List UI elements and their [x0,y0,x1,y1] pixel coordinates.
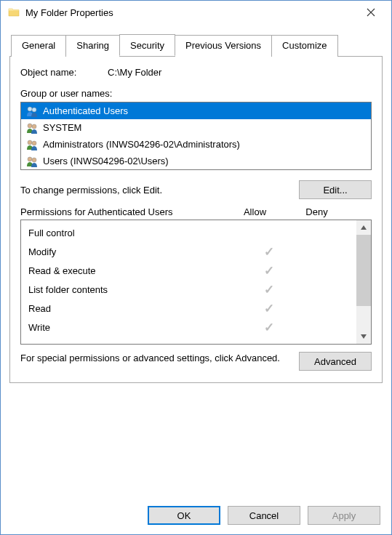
tab-general[interactable]: General [11,35,66,57]
permission-row[interactable]: Read✓ [21,299,356,318]
tab-security[interactable]: Security [119,34,175,56]
security-panel: Object name: C:\My Folder Group or user … [9,57,383,383]
principal-label: Users (INWS04296-02\Users) [43,156,169,166]
group-icon [25,139,39,150]
advanced-button[interactable]: Advanced [299,352,372,371]
scroll-track[interactable] [356,235,371,329]
svg-point-5 [32,141,36,145]
check-icon: ✓ [264,302,274,315]
tab-customize[interactable]: Customize [271,35,337,57]
svg-point-6 [28,157,32,161]
scroll-thumb[interactable] [356,235,371,306]
dialog-button-row: OK Cancel Apply [148,506,380,525]
ok-button[interactable]: OK [148,506,220,525]
allow-column-header: Allow [224,206,286,217]
permissions-header: Permissions for Authenticated Users Allo… [20,206,372,217]
permissions-listbox: Full controlModify✓Read & execute✓List f… [20,220,372,345]
tab-previous-versions[interactable]: Previous Versions [175,35,272,57]
svg-point-2 [28,124,32,128]
group-icon [25,122,39,134]
permission-name: Read [28,303,240,314]
principal-label: Authenticated Users [43,105,128,116]
object-name-value: C:\My Folder [108,67,161,78]
group-icon [25,105,39,117]
principal-label: Administrators (INWS04296-02\Administrat… [43,139,240,150]
object-name-row: Object name: C:\My Folder [20,67,372,78]
window-title: My Folder Properties [25,7,356,18]
check-icon: ✓ [264,264,274,278]
permission-allow: ✓ [240,301,298,316]
permission-allow: ✓ [240,263,298,278]
edit-row: To change permissions, click Edit. Edit.… [20,180,372,199]
permission-row[interactable]: List folder contents✓ [21,280,356,299]
advanced-row: For special permissions or advanced sett… [20,352,372,371]
svg-point-3 [32,124,36,129]
advanced-hint: For special permissions or advanced sett… [20,352,292,365]
permissions-title: Permissions for Authenticated Users [20,206,224,217]
svg-point-7 [32,158,36,162]
permission-name: Read & execute [28,265,240,276]
permission-name: Full control [28,228,240,238]
cancel-button[interactable]: Cancel [228,506,300,525]
object-name-label: Object name: [20,67,108,78]
edit-button[interactable]: Edit... [299,180,372,199]
principal-label: SYSTEM [43,122,81,133]
tab-sharing[interactable]: Sharing [65,35,120,57]
svg-point-1 [32,108,36,112]
principals-listbox[interactable]: Authenticated Users SYSTEM Administrator… [20,102,372,170]
permission-name: Write [28,322,240,333]
svg-point-0 [28,107,32,111]
list-item[interactable]: Administrators (INWS04296-02\Administrat… [21,136,371,153]
permission-allow: ✓ [240,244,298,260]
permission-row[interactable]: Read & execute✓ [21,261,356,280]
scroll-down-button[interactable] [356,329,371,344]
group-icon [25,156,39,167]
permission-name: List folder contents [28,284,240,295]
permission-row[interactable]: Modify✓ [21,242,356,261]
folder-icon [8,7,20,18]
check-icon: ✓ [264,321,274,334]
permission-name: Modify [28,246,240,257]
list-item[interactable]: Users (INWS04296-02\Users) [21,153,371,169]
permission-row[interactable]: Write✓ [21,318,356,337]
titlebar: My Folder Properties [1,1,391,24]
svg-point-4 [28,140,32,145]
group-names-label: Group or user names: [20,88,372,99]
list-item[interactable]: Authenticated Users [21,102,371,119]
permissions-list[interactable]: Full controlModify✓Read & execute✓List f… [21,220,356,344]
check-icon: ✓ [264,245,274,259]
close-button[interactable] [356,2,385,23]
deny-column-header: Deny [286,206,348,217]
permission-allow: ✓ [240,320,298,335]
permission-allow: ✓ [240,282,298,297]
scroll-up-button[interactable] [356,220,371,235]
permission-row[interactable]: Full control [21,223,356,242]
tab-strip: General Sharing Security Previous Versio… [9,34,383,57]
edit-hint: To change permissions, click Edit. [20,185,162,196]
apply-button[interactable]: Apply [308,506,380,525]
dialog-content: General Sharing Security Previous Versio… [1,24,391,392]
permissions-scrollbar[interactable] [356,220,371,344]
list-item[interactable]: SYSTEM [21,119,371,136]
check-icon: ✓ [264,283,274,297]
